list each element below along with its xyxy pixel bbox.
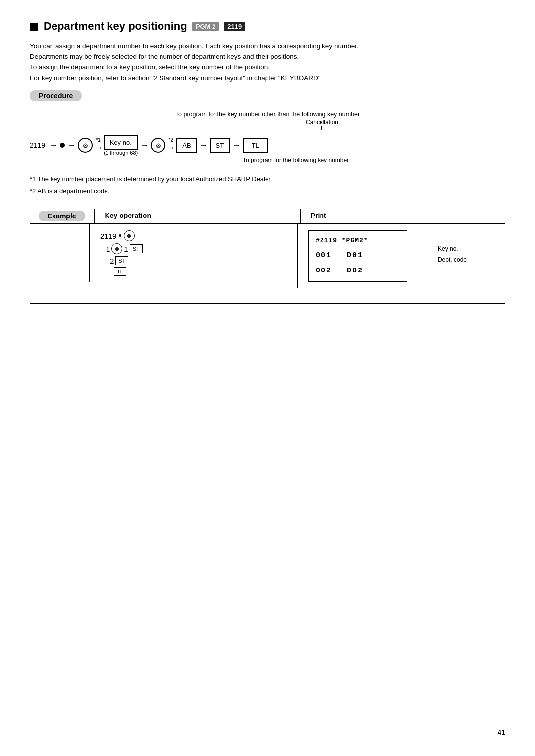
badge-pgm2: PGM 2 <box>192 22 219 31</box>
keyop-x2: ⊗ <box>111 243 122 254</box>
cancellation-label: Cancellation <box>306 119 338 126</box>
star1-label: *1 <box>96 137 100 143</box>
keyop-2119: 2119 <box>100 232 116 240</box>
keyop-st2: ST <box>115 256 128 265</box>
arrow4-icon: → <box>140 140 149 151</box>
main-flow-row: 2119 → → ⊗ *1 → Key no. (1 through 68) →… <box>30 135 505 156</box>
procedure-diagram: To program for the key number other than… <box>30 111 505 163</box>
body-line3: To assign the department to a key positi… <box>30 62 505 73</box>
title-main: Department key positioning <box>44 20 187 33</box>
arrow3-icon: → <box>94 143 103 153</box>
arrow5-icon: → <box>166 143 175 153</box>
keyop-2: 2 <box>110 257 114 265</box>
print-001: 001 <box>316 249 332 262</box>
key-operation-col: 2119 • ⊗ 1 ⊗ 1 ST 2 ST TL <box>89 224 297 282</box>
body-line1: You can assign a department number to ea… <box>30 41 505 52</box>
arrow6-icon: → <box>199 140 208 151</box>
arrow7-icon: → <box>232 140 241 151</box>
flow-start-num: 2119 <box>30 141 45 149</box>
keyop-tl: TL <box>114 267 126 276</box>
print-line1: #2119 *PGM2* <box>316 235 400 246</box>
footnote-1: *1 The key number placement is determine… <box>30 173 505 185</box>
col2-header: Print <box>311 212 326 219</box>
print-area: #2119 *PGM2* 001 D01 002 D02 <box>308 230 407 281</box>
keyop-x1: ⊗ <box>124 230 135 241</box>
diagram-top-label: To program for the key number other than… <box>30 111 505 118</box>
badge-2119: 2119 <box>224 22 245 31</box>
arrow2-icon: → <box>67 140 76 151</box>
keyno-box: Key no. <box>104 135 138 150</box>
keyop-1b: 1 <box>124 245 128 253</box>
st-box: ST <box>210 138 230 153</box>
body-text-block: You can assign a department number to ea… <box>30 41 505 83</box>
star2-label: *2 <box>169 137 173 143</box>
x-circle-1: ⊗ <box>78 138 93 153</box>
annotation-deptcode: Dept. code <box>426 256 467 263</box>
example-section: Example Key operation Print 2119 • ⊗ 1 ⊗… <box>30 209 505 304</box>
dot-symbol <box>60 143 65 148</box>
footnote-2: *2 AB is a department code. <box>30 185 505 197</box>
print-d02: D02 <box>347 264 363 277</box>
arrow1-icon: → <box>49 140 58 151</box>
footnotes-block: *1 The key number placement is determine… <box>30 173 505 197</box>
example-label: Example <box>39 211 85 221</box>
print-annotations: Key no. Dept. code <box>426 245 467 267</box>
keyop-dot: • <box>118 231 121 241</box>
print-d01: D01 <box>347 249 363 262</box>
procedure-label: Procedure <box>30 90 82 101</box>
print-col: #2119 *PGM2* 001 D01 002 D02 Key no. <box>297 224 505 287</box>
print-wrapper: #2119 *PGM2* 001 D01 002 D02 Key no. <box>308 230 407 281</box>
page-title-block: Department key positioning PGM 2 2119 <box>30 20 505 33</box>
body-line4: For key number position, refer to sectio… <box>30 73 505 84</box>
tl-box: TL <box>243 138 268 153</box>
body-line2: Departments may be freely selected for t… <box>30 52 505 62</box>
keyno-range: (1 through 68) <box>104 150 138 156</box>
col1-header: Key operation <box>105 212 151 219</box>
ab-box: AB <box>176 138 197 153</box>
keyop-1a: 1 <box>106 245 110 253</box>
diagram-bottom-label: To program for the following key number <box>243 157 505 163</box>
keyop-st1: ST <box>130 244 143 253</box>
page-number: 41 <box>497 728 505 736</box>
title-square-icon <box>30 23 38 31</box>
print-002: 002 <box>316 264 332 277</box>
annotation-keyno: Key no. <box>426 245 467 252</box>
page-title: Department key positioning PGM 2 2119 <box>44 20 245 33</box>
x-circle-2: ⊗ <box>151 138 165 153</box>
